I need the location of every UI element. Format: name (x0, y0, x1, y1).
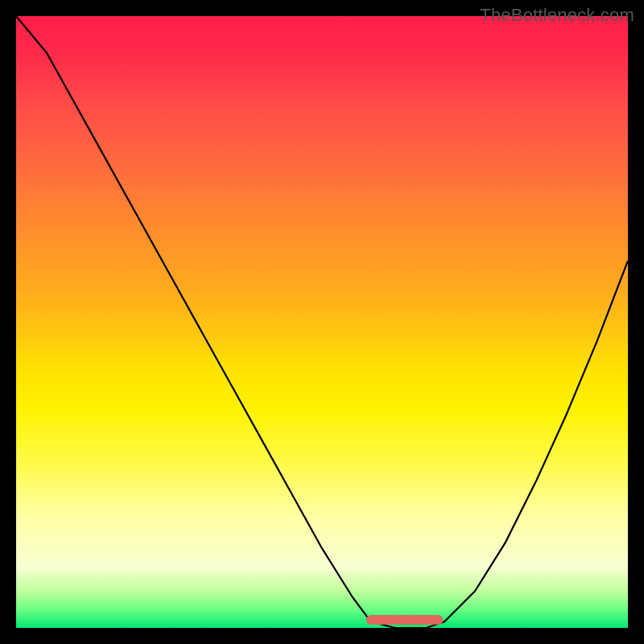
chart-plot-area (16, 16, 628, 628)
curve-left-branch (16, 16, 395, 628)
chart-svg (16, 16, 628, 628)
curve-right-branch (395, 261, 628, 628)
watermark-text: TheBottleneck.com (480, 5, 634, 26)
